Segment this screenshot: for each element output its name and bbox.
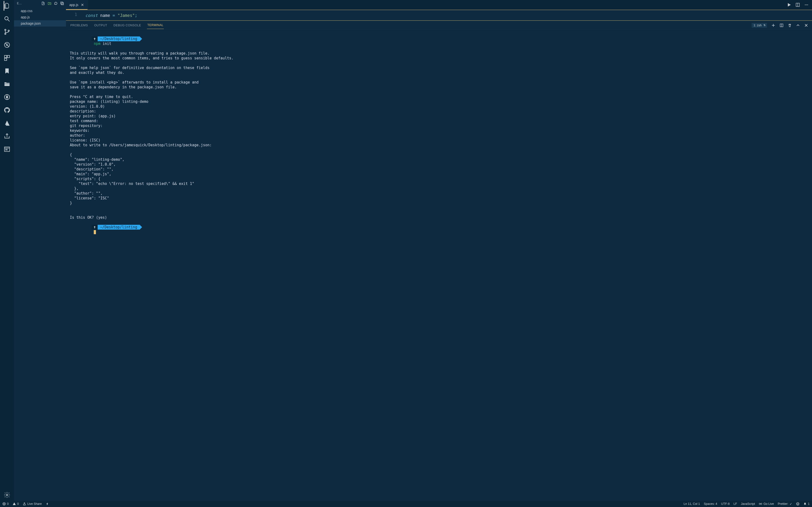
terminal-cursor xyxy=(94,230,96,234)
tab-app-js[interactable]: app.js xyxy=(66,0,88,10)
activity-extensions[interactable] xyxy=(4,55,10,61)
terminal-selector[interactable]: 1: zsh xyxy=(752,23,767,28)
activity-scm[interactable] xyxy=(4,29,10,35)
panel-tab-output[interactable]: OUTPUT xyxy=(94,22,108,29)
line-number: 1 xyxy=(66,12,81,17)
svg-point-18 xyxy=(6,494,8,496)
refresh-icon[interactable] xyxy=(54,1,58,5)
files-icon xyxy=(4,2,10,9)
svg-point-25 xyxy=(805,5,806,5)
explorer-file-list: app.cssapp.jspackage.json xyxy=(14,7,66,26)
status-eol[interactable]: LF xyxy=(733,502,737,506)
activity-settings[interactable] xyxy=(4,492,10,498)
activity-explorer[interactable] xyxy=(4,2,10,9)
status-indent[interactable]: Spaces: 4 xyxy=(704,502,717,506)
branch-icon xyxy=(4,29,10,35)
warning-icon xyxy=(12,502,16,506)
new-terminal-icon[interactable] xyxy=(771,23,775,27)
status-warnings[interactable]: 0 xyxy=(12,502,19,506)
terminal-prompt: ✝ ~/Desktop/linting xyxy=(92,225,142,230)
svg-rect-20 xyxy=(61,3,63,5)
activity-github[interactable] xyxy=(4,107,10,113)
svg-rect-9 xyxy=(5,58,7,60)
status-feedback[interactable] xyxy=(796,502,800,506)
gitlens-icon xyxy=(4,94,10,101)
svg-point-3 xyxy=(5,33,6,35)
activity-bookmarks[interactable] xyxy=(4,68,10,74)
activity-liveshare[interactable] xyxy=(4,133,10,139)
status-cursor-pos[interactable]: Ln 11, Col 1 xyxy=(684,502,700,506)
activity-debug[interactable] xyxy=(4,42,10,48)
split-editor-icon[interactable] xyxy=(796,3,800,7)
github-icon xyxy=(4,107,10,113)
close-panel-icon[interactable] xyxy=(804,23,808,27)
activity-browser-preview[interactable] xyxy=(4,146,10,153)
terminal[interactable]: ✝ ~/Desktop/linting npm init This utilit… xyxy=(66,30,812,501)
activity-search[interactable] xyxy=(4,15,10,22)
panel-tab-debug-console[interactable]: DEBUG CONSOLE xyxy=(113,22,141,29)
explorer-sidebar: E… app.cssapp.jspackage.json xyxy=(14,0,66,501)
svg-rect-19 xyxy=(61,2,63,4)
status-prettier[interactable]: Prettier: ✓ xyxy=(778,502,792,506)
broadcast-icon xyxy=(759,502,762,506)
code-editor[interactable]: 1 const name = "James"; xyxy=(66,10,812,20)
explorer-header: E… xyxy=(14,0,66,7)
no-bug-icon xyxy=(4,42,10,48)
folder-icon xyxy=(4,80,10,88)
terminal-output: This utility will walk you through creat… xyxy=(70,51,808,220)
extensions-icon xyxy=(4,55,10,61)
new-folder-icon[interactable] xyxy=(48,1,51,5)
close-icon[interactable] xyxy=(81,3,84,6)
panel-tab-problems[interactable]: PROBLEMS xyxy=(70,22,89,29)
svg-rect-7 xyxy=(5,56,7,58)
svg-line-6 xyxy=(5,43,9,47)
svg-point-26 xyxy=(806,5,807,5)
new-file-icon[interactable] xyxy=(41,1,45,5)
gear-icon xyxy=(4,492,10,498)
activity-project[interactable] xyxy=(4,80,10,88)
more-icon[interactable] xyxy=(804,3,809,7)
svg-point-27 xyxy=(807,5,808,5)
file-item[interactable]: package.json xyxy=(14,20,66,26)
status-errors[interactable]: 0 xyxy=(2,502,9,506)
bell-icon xyxy=(803,502,807,506)
status-golive[interactable]: Go Live xyxy=(759,502,774,506)
terminal-prompt: ✝ ~/Desktop/linting xyxy=(92,37,142,41)
svg-line-1 xyxy=(8,20,10,21)
svg-point-37 xyxy=(760,503,761,504)
svg-point-4 xyxy=(8,30,9,32)
panel-tab-terminal[interactable]: TERMINAL xyxy=(147,21,164,29)
check-icon: ✓ xyxy=(790,502,792,506)
status-quick-action[interactable] xyxy=(46,502,49,506)
search-icon xyxy=(4,15,10,22)
status-encoding[interactable]: UTF-8 xyxy=(721,502,729,506)
activity-gitlens[interactable] xyxy=(4,94,10,101)
collapse-all-icon[interactable] xyxy=(60,1,64,5)
status-bar: 0 0 Live Share Ln 11, Col 1 Spaces: 4 UT… xyxy=(0,501,812,507)
activity-azure[interactable] xyxy=(4,120,10,126)
code-line: const name = "James"; xyxy=(66,12,812,19)
svg-point-0 xyxy=(5,17,8,20)
smiley-icon xyxy=(796,502,800,506)
file-item[interactable]: app.js xyxy=(14,14,66,20)
split-terminal-icon[interactable] xyxy=(779,23,783,27)
kill-terminal-icon[interactable] xyxy=(788,23,792,27)
explorer-title: E… xyxy=(17,2,22,5)
terminal-command-bin: npm xyxy=(94,42,100,46)
status-language[interactable]: JavaScript xyxy=(741,502,755,506)
share-icon xyxy=(4,133,10,139)
svg-rect-8 xyxy=(7,56,9,58)
lightning-icon xyxy=(46,502,49,506)
liveshare-icon xyxy=(23,502,26,506)
file-item[interactable]: app.css xyxy=(14,8,66,14)
svg-point-39 xyxy=(797,503,797,504)
error-icon xyxy=(2,502,6,506)
status-liveshare[interactable]: Live Share xyxy=(23,502,42,506)
run-icon[interactable] xyxy=(787,3,791,7)
maximize-panel-icon[interactable] xyxy=(796,23,800,27)
activity-bar xyxy=(0,0,14,501)
status-notifications[interactable]: 1 xyxy=(803,502,810,506)
browser-icon xyxy=(4,146,10,153)
bookmark-icon xyxy=(4,68,10,74)
svg-point-38 xyxy=(797,503,799,505)
